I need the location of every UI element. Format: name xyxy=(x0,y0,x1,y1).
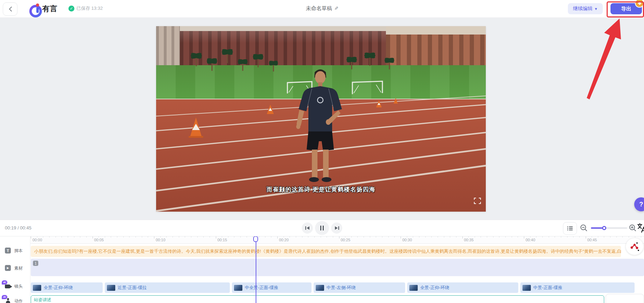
track-rail: T脚本▶素材AI镜头AI动作 xyxy=(0,236,30,303)
action-track[interactable]: 站姿讲述 xyxy=(31,295,604,303)
ruler-label: 00:20 xyxy=(279,238,289,242)
corner-panel xyxy=(606,294,644,303)
playhead-handle[interactable] xyxy=(253,236,258,242)
topbar: 有言 ✓ 已保存 13:32 未命名草稿✎ 继续编辑 ▼ 导出 xyxy=(0,0,644,18)
ai-badge: AI xyxy=(2,295,7,299)
ruler-label: 00:00 xyxy=(32,238,42,242)
camera-clip[interactable]: 中景-正面-缓推 xyxy=(520,282,635,293)
ai-badge: AI xyxy=(2,280,7,285)
palm-trees xyxy=(190,48,395,71)
script-text: 小朋友们,你们知道吗?有一座楼,它不仅是一座建筑,更是一首千古流传的诗。今天,我… xyxy=(34,248,621,255)
camera-clip-label: 全景-正仰-环绕 xyxy=(44,285,73,291)
ruler-label: 00:05 xyxy=(94,238,104,242)
video-preview[interactable]: 而崔颢的这首诗 更是让黄鹤楼名扬四海 xyxy=(156,26,486,212)
clip-thumbnail-icon xyxy=(234,285,242,291)
track-list-button[interactable] xyxy=(563,222,577,235)
zoom-out-icon[interactable] xyxy=(580,224,588,232)
slider-knob[interactable] xyxy=(602,226,606,230)
continue-edit-label: 继续编辑 xyxy=(573,6,593,12)
sidebar-item-label: 镜头 xyxy=(14,283,23,289)
sidebar-item-action[interactable]: AI动作 xyxy=(5,298,23,303)
scene-foreground xyxy=(156,26,486,212)
preview-area: 而崔颢的这首诗 更是让黄鹤楼名扬四海 xyxy=(0,17,644,220)
pause-button[interactable] xyxy=(315,221,329,235)
timeline: 00:0000:0500:1000:1500:2000:2500:3000:35… xyxy=(0,236,644,303)
camera-clip-label: 全景-正仰-环绕 xyxy=(420,285,449,291)
skip-previous-button[interactable] xyxy=(302,222,313,234)
camera-clip[interactable]: 全景-正仰-环绕 xyxy=(407,282,518,293)
camera-clip[interactable]: 中景-左侧-环绕 xyxy=(314,282,405,293)
list-icon xyxy=(567,226,573,230)
pause-icon xyxy=(320,226,324,230)
playhead-line[interactable] xyxy=(256,236,256,303)
camera-clip-label: 中景-左侧-环绕 xyxy=(327,285,356,291)
zoom-in-icon[interactable] xyxy=(629,224,637,232)
sidebar-item-camera[interactable]: AI镜头 xyxy=(5,283,23,289)
skip-next-button[interactable] xyxy=(331,222,342,234)
document-title-text: 未命名草稿 xyxy=(306,5,332,11)
skip-next-icon xyxy=(335,226,339,230)
chevron-down-icon: ▼ xyxy=(594,7,598,11)
video-subtitle: 而崔颢的这首诗 更是让黄鹤楼名扬四海 xyxy=(156,185,486,194)
traffic-cones xyxy=(189,98,398,138)
translate-icon[interactable] xyxy=(637,223,644,233)
sidebar-item-label: 素材 xyxy=(14,265,23,271)
ruler-label: 00:25 xyxy=(341,238,351,242)
skip-previous-icon xyxy=(305,226,310,230)
ruler-label: 00:40 xyxy=(526,238,535,242)
script-track[interactable]: 小朋友们,你们知道吗?有一座楼,它不仅是一座建筑,更是一首千古流传的诗。今天,我… xyxy=(31,246,621,257)
sidebar-item-label: 脚本 xyxy=(14,248,23,254)
timeline-ruler[interactable]: 00:0000:0500:1000:1500:2000:2500:3000:35… xyxy=(30,236,644,244)
speaker-track[interactable]: 1 xyxy=(31,259,644,276)
camera-clip[interactable]: 全景-正仰-环绕 xyxy=(31,282,103,293)
avatar-person xyxy=(296,69,342,182)
clip-thumbnail-icon xyxy=(409,285,418,291)
ruler-label: 00:10 xyxy=(156,238,166,242)
sidebar-item-script[interactable]: T脚本 xyxy=(5,248,23,254)
ruler-label: 00:35 xyxy=(464,238,474,242)
document-title: 未命名草稿✎ xyxy=(0,5,644,12)
camera-track: 全景-正仰-环绕近景-正面-缓拉中全景-正面-缓推中景-左侧-环绕全景-正仰-环… xyxy=(0,282,644,293)
clip-thumbnail-icon xyxy=(107,285,115,291)
time-display: 00:19 / 00:45 xyxy=(5,225,31,230)
camera-icon xyxy=(5,285,10,288)
camera-clip-label: 中全景-正面-缓推 xyxy=(245,285,278,291)
clip-thumbnail-icon xyxy=(33,285,41,291)
sidebar-item-material[interactable]: ▶素材 xyxy=(5,265,23,271)
export-button-label: 导出 xyxy=(621,6,631,12)
help-glyph: ? xyxy=(639,201,643,208)
action-clip-label: 站姿讲述 xyxy=(34,297,51,303)
floating-brand-icon[interactable] xyxy=(626,238,643,255)
timeline-zoom-slider[interactable] xyxy=(591,227,627,229)
ruler-label: 00:15 xyxy=(218,238,227,242)
ruler-label: 00:45 xyxy=(587,238,597,242)
continue-edit-button[interactable]: 继续编辑 ▼ xyxy=(568,3,603,14)
edit-title-icon[interactable]: ✎ xyxy=(334,6,338,11)
script-icon: T xyxy=(5,248,11,253)
clip-thumbnail-icon xyxy=(522,285,531,291)
speaker-badge: 1 xyxy=(33,260,38,266)
material-icon: ▶ xyxy=(5,265,11,271)
sidebar-item-label: 动作 xyxy=(14,298,23,303)
camera-clip[interactable]: 近景-正面-缓拉 xyxy=(105,282,230,293)
camera-clip-label: 中景-正面-缓推 xyxy=(533,285,562,291)
player-controls: 00:19 / 00:45 xyxy=(0,220,644,236)
ruler-label: 00:30 xyxy=(402,238,412,242)
clip-thumbnail-icon xyxy=(316,285,324,291)
camera-clip[interactable]: 中全景-正面-缓推 xyxy=(232,282,312,293)
camera-clip-label: 近景-正面-缓拉 xyxy=(118,285,147,291)
fullscreen-icon[interactable] xyxy=(474,198,481,204)
